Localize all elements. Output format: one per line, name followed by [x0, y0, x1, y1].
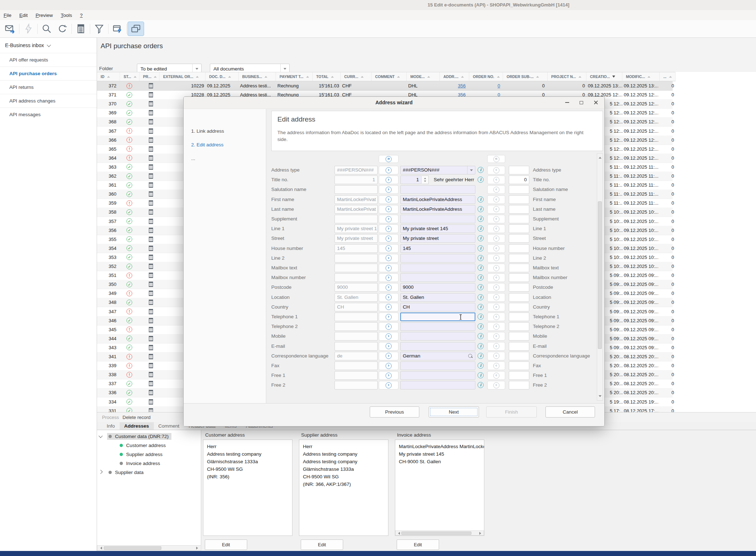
extra-free-1-field[interactable]: [509, 371, 529, 380]
abadoc-mobile-field[interactable]: [335, 332, 378, 341]
info-icon[interactable]: i: [478, 363, 484, 369]
edit-customer-address-button[interactable]: Edit: [205, 539, 247, 550]
tree-node-customer-data-dnr-72[interactable]: Customer data (DNR:72): [99, 432, 171, 440]
abadoc-supplement-field[interactable]: [335, 215, 378, 223]
column-header-pr[interactable]: PR...: [139, 72, 160, 81]
copy-right-button[interactable]: ›: [379, 332, 398, 341]
extra-address-type-field[interactable]: [509, 166, 529, 174]
copy-left-button[interactable]: ‹: [487, 215, 505, 223]
tree-node-customer-address[interactable]: Customer address: [99, 441, 169, 449]
abacus-mailbox-text-field[interactable]: [400, 264, 475, 272]
abadoc-salutation-name-field[interactable]: [335, 185, 378, 194]
cancel-button[interactable]: Cancel: [545, 406, 595, 418]
copy-left-button[interactable]: ‹: [487, 342, 505, 351]
info-icon[interactable]: i: [478, 372, 484, 378]
edit-invoice-address-button[interactable]: Edit: [397, 539, 439, 550]
next-button[interactable]: Next: [429, 406, 479, 418]
extra-free-2-field[interactable]: [509, 381, 529, 389]
copy-left-button[interactable]: ‹: [487, 273, 505, 282]
copy-left-button[interactable]: ‹: [487, 361, 505, 370]
info-icon[interactable]: i: [478, 216, 484, 222]
extra-title-no-field[interactable]: 0: [509, 176, 529, 184]
abadoc-free-2-field[interactable]: [335, 381, 378, 389]
info-icon[interactable]: i: [478, 177, 484, 183]
abacus-e-mail-field[interactable]: [400, 342, 475, 351]
edit-supplier-address-button[interactable]: Edit: [301, 539, 343, 550]
abadoc-fax-field[interactable]: [335, 361, 378, 370]
abacus-telephone-1-field[interactable]: [400, 313, 475, 321]
abadoc-mailbox-text-field[interactable]: [335, 264, 378, 272]
info-icon[interactable]: i: [478, 225, 484, 232]
abacus-line-2-field[interactable]: [400, 254, 475, 263]
copy-left-button[interactable]: ‹: [487, 313, 505, 321]
extra-e-mail-field[interactable]: [509, 342, 529, 351]
chevron-down-icon[interactable]: [467, 166, 475, 174]
info-icon[interactable]: i: [478, 167, 484, 173]
extra-line-1-field[interactable]: [509, 224, 529, 233]
copy-right-button[interactable]: ›: [379, 361, 398, 370]
copy-left-button[interactable]: ‹: [487, 303, 505, 311]
abacus-salutation-name-field[interactable]: [400, 185, 475, 194]
copy-right-button[interactable]: ›: [379, 166, 398, 174]
extra-mobile-field[interactable]: [509, 332, 529, 341]
menu-item-edit[interactable]: Edit: [19, 13, 28, 18]
sidebar-item-api-purchase-orders[interactable]: API purchase orders: [0, 67, 97, 80]
copy-left-button[interactable]: ‹: [487, 283, 505, 292]
scroll-right-icon[interactable]: [479, 532, 483, 535]
copy-left-button[interactable]: ‹: [487, 185, 505, 194]
process-button[interactable]: Process: [102, 415, 119, 420]
search-icon[interactable]: [39, 22, 55, 36]
extra-country-field[interactable]: [509, 303, 529, 311]
column-header-creatio[interactable]: CREATIO...: [586, 72, 622, 81]
form-vertical-scrollbar[interactable]: [597, 153, 603, 401]
info-icon[interactable]: i: [478, 206, 484, 212]
number-spinner[interactable]: [421, 176, 429, 184]
tab-addresses[interactable]: Addresses: [120, 422, 154, 430]
abacus-first-name-field[interactable]: MartinLockePrivateAddress: [400, 195, 475, 204]
sidebar-header[interactable]: E-Business inbox: [0, 38, 97, 53]
abacus-address-type-field[interactable]: ###PERSON###: [400, 166, 475, 174]
menu-item-tools[interactable]: Tools: [61, 13, 72, 18]
abacus-house-number-field[interactable]: 145: [400, 244, 475, 253]
abadoc-country-field[interactable]: CH: [335, 303, 378, 311]
copy-right-button[interactable]: ›: [379, 244, 398, 253]
tree-node-supplier-data[interactable]: Supplier data: [99, 468, 147, 476]
column-header-mode[interactable]: MODE...: [407, 72, 440, 81]
info-icon[interactable]: i: [478, 235, 484, 241]
abacus-country-field[interactable]: CH: [400, 303, 475, 311]
copy-right-button[interactable]: ›: [379, 313, 398, 321]
abadoc-first-name-field[interactable]: MartinLockePrivat: [335, 195, 378, 204]
menu-item-help[interactable]: ?: [80, 13, 83, 18]
wizard-step-3[interactable]: ...: [191, 156, 195, 161]
copy-right-button[interactable]: ›: [379, 254, 398, 263]
column-header-modific[interactable]: MODIFIC...: [622, 72, 660, 81]
abadoc-address-type-field[interactable]: ###PERSON###: [335, 166, 378, 174]
panel-horizontal-scrollbar[interactable]: [395, 530, 484, 536]
info-icon[interactable]: i: [478, 343, 484, 349]
column-header-id[interactable]: ID: [97, 72, 120, 81]
copy-left-button[interactable]: ‹: [487, 244, 505, 253]
wizard-step-1[interactable]: 1. Link address: [191, 128, 224, 134]
copy-left-button[interactable]: ‹: [487, 322, 505, 331]
extra-house-number-field[interactable]: [509, 244, 529, 253]
copy-left-button[interactable]: ‹: [487, 293, 505, 302]
abacus-correspondence-language-field[interactable]: German: [400, 352, 475, 360]
chevron-down-icon[interactable]: [98, 434, 102, 438]
abacus-free-1-field[interactable]: [400, 371, 475, 380]
info-icon[interactable]: i: [478, 196, 484, 202]
finish-button[interactable]: Finish: [486, 406, 537, 418]
close-icon[interactable]: [591, 99, 600, 106]
abacus-postcode-field[interactable]: 9000: [400, 283, 475, 292]
column-header-project-n[interactable]: PROJECT N...: [548, 72, 586, 81]
copy-left-button[interactable]: ‹: [487, 195, 505, 204]
previous-button[interactable]: Previous: [370, 406, 419, 418]
sidebar-item-api-offer-requests[interactable]: API offer requests: [0, 53, 97, 67]
copy-left-button[interactable]: ‹: [487, 176, 505, 184]
copy-right-button[interactable]: ›: [379, 234, 398, 243]
spinner-down-icon[interactable]: [424, 181, 426, 183]
scrollbar-thumb[interactable]: [401, 532, 471, 535]
info-icon[interactable]: i: [478, 304, 484, 310]
abadoc-e-mail-field[interactable]: [335, 342, 378, 351]
abacus-supplement-field[interactable]: [400, 215, 475, 223]
column-header-st[interactable]: ST...: [120, 72, 139, 81]
